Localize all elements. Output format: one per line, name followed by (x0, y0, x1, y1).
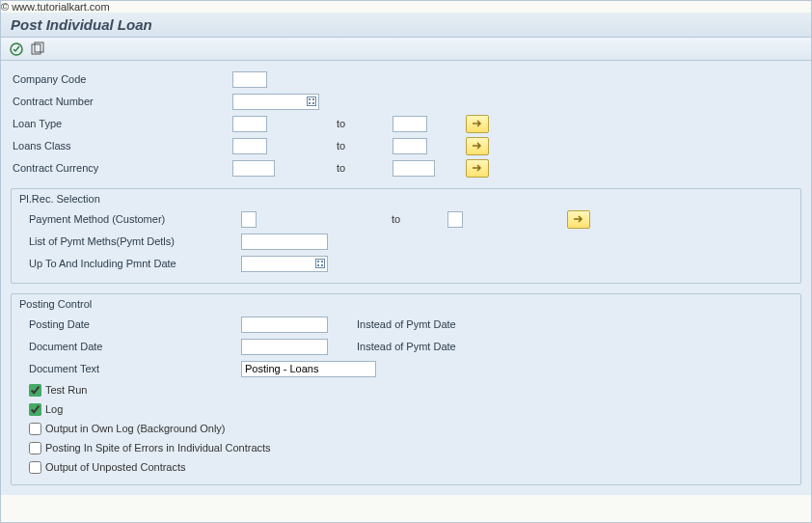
svg-rect-9 (317, 261, 319, 262)
row-test-run: Test Run (19, 380, 793, 399)
row-loan-type: Loan Type to (11, 113, 801, 134)
svg-rect-6 (312, 98, 314, 100)
row-document-text: Document Text (19, 358, 793, 379)
label-test-run: Test Run (45, 384, 87, 396)
label-document-text: Document Text (19, 363, 241, 374)
label-loan-type: Loan Type (11, 118, 232, 129)
svg-rect-10 (317, 264, 319, 266)
arrow-right-icon (573, 213, 584, 225)
input-posting-date[interactable] (241, 317, 328, 333)
label-to: to (325, 118, 392, 129)
checkbox-log[interactable] (29, 403, 41, 416)
input-contract-currency-from[interactable] (232, 160, 275, 177)
input-list-pymt-meths[interactable] (241, 234, 328, 250)
row-document-date: Document Date Instead of Pymt Date (19, 336, 793, 357)
search-help-icon[interactable] (314, 258, 326, 270)
input-payment-method-from[interactable] (241, 211, 257, 228)
window-title-bar: Post Individual Loan (1, 13, 811, 38)
multiple-selection-button[interactable] (466, 159, 489, 178)
checkbox-spite-errors[interactable] (29, 442, 41, 454)
checkbox-own-log[interactable] (29, 423, 41, 435)
svg-rect-4 (309, 98, 311, 100)
row-log: Log (19, 399, 793, 419)
label-to: to (380, 213, 447, 225)
input-company-code[interactable] (232, 71, 267, 88)
arrow-right-icon (472, 162, 483, 174)
watermark-text: © www.tutorialkart.com (1, 1, 811, 13)
note-document-date: Instead of Pymt Date (328, 341, 456, 352)
input-loan-type-to[interactable] (392, 116, 427, 132)
page-title: Post Individual Loan (11, 16, 152, 33)
label-contract-number: Contract Number (11, 96, 232, 107)
checkbox-unposted[interactable] (29, 461, 41, 474)
input-document-date[interactable] (241, 339, 328, 355)
label-posting-date: Posting Date (19, 318, 241, 330)
input-document-text[interactable] (241, 361, 376, 377)
multiple-selection-button[interactable] (567, 210, 590, 229)
group-plrec-selection: Pl.Rec. Selection Payment Method (Custom… (11, 188, 801, 284)
label-to: to (325, 140, 392, 151)
row-contract-currency: Contract Currency to (11, 157, 801, 179)
input-payment-method-to[interactable] (447, 211, 463, 228)
label-unposted: Output of Unposted Contracts (45, 461, 186, 473)
input-loan-type-from[interactable] (232, 116, 267, 132)
row-posting-date: Posting Date Instead of Pymt Date (19, 314, 793, 335)
multiple-selection-button[interactable] (466, 115, 489, 133)
label-own-log: Output in Own Log (Background Only) (45, 423, 225, 434)
group-title-posting: Posting Control (19, 298, 793, 310)
label-spite-errors: Posting In Spite of Errors in Individual… (45, 442, 271, 454)
input-contract-currency-to[interactable] (392, 160, 435, 177)
row-spite-errors: Posting In Spite of Errors in Individual… (19, 438, 793, 457)
input-up-to-date[interactable] (245, 258, 312, 270)
main-content: Company Code Contract Number Loan Type t… (1, 61, 811, 495)
row-own-log: Output in Own Log (Background Only) (19, 419, 793, 438)
svg-rect-5 (309, 102, 311, 104)
search-help-icon[interactable] (306, 96, 317, 108)
row-unposted: Output of Unposted Contracts (19, 457, 793, 477)
label-loans-class: Loans Class (11, 140, 232, 151)
label-up-to-date: Up To And Including Pmnt Date (19, 258, 241, 269)
row-payment-method: Payment Method (Customer) to (19, 208, 793, 230)
label-to: to (325, 162, 392, 174)
label-document-date: Document Date (19, 341, 241, 352)
input-loans-class-to[interactable] (392, 138, 427, 154)
group-title-plrec: Pl.Rec. Selection (19, 193, 793, 205)
svg-rect-3 (308, 97, 316, 106)
arrow-right-icon (472, 118, 483, 129)
label-list-pymt-meths: List of Pymt Meths(Pymt Detls) (19, 235, 241, 247)
note-posting-date: Instead of Pymt Date (328, 318, 456, 330)
svg-rect-7 (312, 102, 314, 104)
row-loans-class: Loans Class to (11, 135, 801, 156)
label-company-code: Company Code (11, 73, 232, 85)
get-variant-icon[interactable] (30, 41, 45, 57)
input-contract-number[interactable] (236, 96, 304, 108)
toolbar (1, 38, 811, 61)
execute-icon[interactable] (9, 41, 24, 57)
checkbox-test-run[interactable] (29, 384, 41, 397)
row-up-to-date: Up To And Including Pmnt Date (19, 253, 793, 274)
multiple-selection-button[interactable] (466, 137, 489, 155)
label-log: Log (45, 403, 63, 415)
label-payment-method: Payment Method (Customer) (19, 213, 241, 225)
row-list-pymt-meths: List of Pymt Meths(Pymt Detls) (19, 231, 793, 252)
label-contract-currency: Contract Currency (11, 162, 232, 174)
input-loans-class-from[interactable] (232, 138, 267, 154)
svg-rect-12 (321, 264, 323, 266)
svg-rect-8 (316, 260, 325, 268)
row-company-code: Company Code (11, 69, 801, 90)
group-posting-control: Posting Control Posting Date Instead of … (11, 293, 801, 485)
row-contract-number: Contract Number (11, 91, 801, 112)
svg-rect-11 (321, 261, 323, 262)
arrow-right-icon (472, 140, 483, 151)
